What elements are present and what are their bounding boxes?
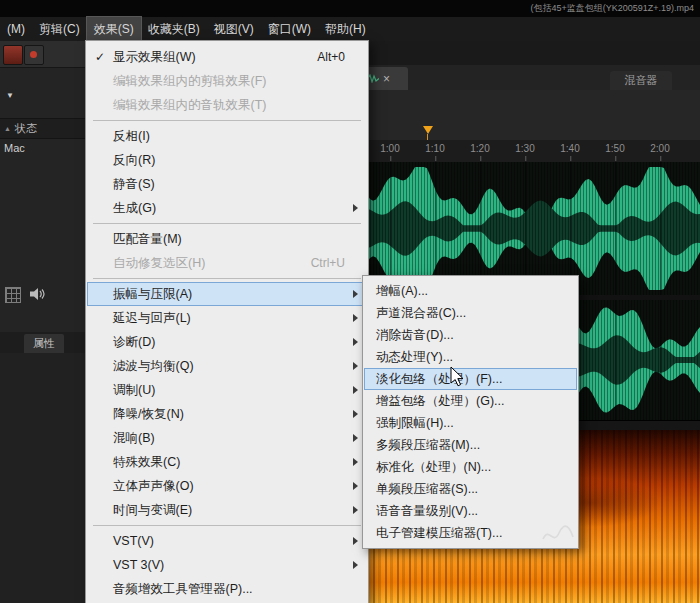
files-status-header[interactable]: ▲ 状态: [0, 118, 89, 139]
menu-item[interactable]: 静音(S): [87, 172, 367, 196]
effects-menu: ✓显示效果组(W)Alt+0编辑效果组内的剪辑效果(F)编辑效果组内的音轨效果(…: [85, 40, 369, 603]
menu-item-label: 增益包络（处理）(G)...: [376, 393, 504, 410]
menu-item[interactable]: 单频段压缩器(S)...: [364, 478, 577, 500]
menu-item[interactable]: 反相(I): [87, 124, 367, 148]
menu-item-label: 编辑效果组内的剪辑效果(F): [113, 73, 266, 90]
submenu-arrow-icon: [353, 362, 358, 370]
menu-item[interactable]: 标准化（处理）(N)...: [364, 456, 577, 478]
menu-separator: [93, 525, 361, 526]
menu-item[interactable]: 语音音量级别(V)...: [364, 500, 577, 522]
titlebar: (包括45+监盘包组(YK200591Z+.19).mp4: [0, 0, 700, 17]
editor-file-tab[interactable]: ×: [363, 67, 408, 90]
menubar-item[interactable]: 窗口(W): [261, 17, 318, 41]
speaker-icon[interactable]: [30, 287, 46, 301]
menubar-item[interactable]: 效果(S): [87, 17, 141, 41]
menu-item-label: 时间与变调(E): [113, 502, 192, 519]
timeline-tick: 1:10: [425, 143, 444, 154]
annotation-squiggle: [540, 522, 576, 550]
menu-item[interactable]: 振幅与压限(A): [87, 282, 367, 306]
menu-item-label: 单频段压缩器(S)...: [376, 481, 478, 498]
timeline-tick: 2:00: [650, 143, 669, 154]
menu-item[interactable]: 音频增效工具管理器(P)...: [87, 577, 367, 601]
menu-item[interactable]: 增幅(A)...: [364, 280, 577, 302]
menu-item-label: 强制限幅(H)...: [376, 415, 454, 432]
tab-mixer[interactable]: 混音器: [610, 71, 672, 90]
menu-item[interactable]: 混响(B): [87, 426, 367, 450]
panel-dropdown-icon[interactable]: ▼: [6, 91, 14, 100]
grid-view-icon[interactable]: [5, 287, 21, 303]
app-root: (包括45+监盘包组(YK200591Z+.19).mp4 (M)剪辑(C)效果…: [0, 0, 700, 603]
close-icon[interactable]: ×: [383, 73, 390, 85]
menu-item[interactable]: 匹配音量(M): [87, 227, 367, 251]
menu-item-label: 混响(B): [113, 430, 155, 447]
menu-item-label: 滤波与均衡(Q): [113, 358, 194, 375]
workspace-icon[interactable]: [3, 45, 23, 65]
menu-item[interactable]: 淡化包络（处理）(F)...: [364, 368, 577, 390]
menu-separator: [93, 223, 361, 224]
menu-separator: [93, 278, 361, 279]
menu-item[interactable]: 诊断(D): [87, 330, 367, 354]
menu-item[interactable]: 多频段压缩器(M)...: [364, 434, 577, 456]
menu-item[interactable]: 强制限幅(H)...: [364, 412, 577, 434]
menubar-item[interactable]: 帮助(H): [318, 17, 373, 41]
menu-item-label: 电子管建模压缩器(T)...: [376, 525, 502, 542]
menu-item[interactable]: 消除齿音(D)...: [364, 324, 577, 346]
submenu-arrow-icon: [353, 434, 358, 442]
timeline-tick: 1:50: [605, 143, 624, 154]
file-list-item[interactable]: Mac: [0, 139, 89, 157]
menubar-item[interactable]: 视图(V): [207, 17, 261, 41]
menu-item[interactable]: VST(V): [87, 529, 367, 553]
left-panel-body: [0, 353, 85, 603]
menu-item[interactable]: 特殊效果(C): [87, 450, 367, 474]
menu-item-label: 多频段压缩器(M)...: [376, 437, 480, 454]
menu-item-label: 语音音量级别(V)...: [376, 503, 478, 520]
mouse-cursor: [450, 366, 465, 388]
submenu-arrow-icon: [353, 338, 358, 346]
menu-item[interactable]: 延迟与回声(L): [87, 306, 367, 330]
menu-item[interactable]: 动态处理(Y)...: [364, 346, 577, 368]
menu-item[interactable]: 反向(R): [87, 148, 367, 172]
left-toolbar: [0, 41, 85, 68]
submenu-arrow-icon: [353, 410, 358, 418]
menu-item: 编辑效果组内的剪辑效果(F): [87, 69, 367, 93]
menubar-item[interactable]: (M): [0, 17, 32, 41]
sort-icon: ▲: [4, 125, 11, 132]
submenu-arrow-icon: [353, 482, 358, 490]
menubar-item[interactable]: 剪辑(C): [32, 17, 87, 41]
menu-item[interactable]: 生成(G): [87, 196, 367, 220]
menu-item-label: 匹配音量(M): [113, 231, 182, 248]
menu-item-label: 声道混合器(C)...: [376, 305, 466, 322]
playhead-caret[interactable]: [423, 126, 433, 134]
menu-item[interactable]: 时间与变调(E): [87, 498, 367, 522]
menu-item[interactable]: ✓显示效果组(W)Alt+0: [87, 45, 367, 69]
menu-item[interactable]: 立体声声像(O): [87, 474, 367, 498]
menu-item[interactable]: 声道混合器(C)...: [364, 302, 577, 324]
menu-item[interactable]: 增益包络（处理）(G)...: [364, 390, 577, 412]
timeline-tick: 1:40: [560, 143, 579, 154]
submenu-arrow-icon: [353, 204, 358, 212]
menu-item-label: 静音(S): [113, 176, 155, 193]
menu-item-label: 编辑效果组内的音轨效果(T): [113, 97, 266, 114]
tab-properties[interactable]: 属性: [24, 334, 64, 353]
menu-separator: [93, 120, 361, 121]
menu-item-label: 延迟与回声(L): [113, 310, 191, 327]
menu-item[interactable]: 滤波与均衡(Q): [87, 354, 367, 378]
menu-item[interactable]: VST 3(V): [87, 553, 367, 577]
menu-item-label: 淡化包络（处理）(F)...: [376, 371, 502, 388]
menu-item-label: 自动修复选区(H): [113, 255, 205, 272]
menu-item[interactable]: 调制(U): [87, 378, 367, 402]
menu-item-label: VST(V): [113, 534, 154, 548]
menu-shortcut: Ctrl+U: [311, 256, 345, 270]
watermark-text: (包括45+监盘包组(YK200591Z+.19).mp4: [530, 0, 694, 17]
menu-item-label: 立体声声像(O): [113, 478, 194, 495]
record-icon[interactable]: [24, 45, 44, 65]
menu-item: 编辑效果组内的音轨效果(T): [87, 93, 367, 117]
menu-item-label: 生成(G): [113, 200, 156, 217]
status-header-label: 状态: [15, 121, 37, 136]
submenu-arrow-icon: [353, 290, 358, 298]
menubar-item[interactable]: 收藏夹(B): [141, 17, 207, 41]
submenu-arrow-icon: [353, 506, 358, 514]
menu-item[interactable]: 降噪/恢复(N): [87, 402, 367, 426]
timeline-tick: 1:30: [515, 143, 534, 154]
panel-buttons: [0, 283, 85, 307]
